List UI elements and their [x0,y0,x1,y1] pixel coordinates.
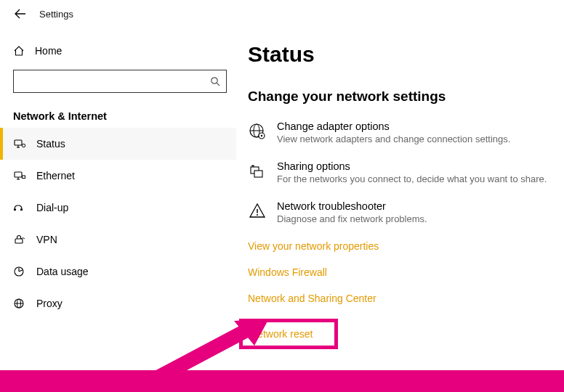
sidebar-item-dialup[interactable]: Dial-up [0,192,236,224]
ethernet-icon [13,169,26,182]
sidebar-item-label: Ethernet [36,170,75,181]
option-title: Network troubleshooter [277,200,427,212]
home-icon [13,45,25,57]
window-title: Settings [39,9,73,20]
back-button[interactable] [15,8,26,20]
svg-point-0 [212,78,217,83]
option-desc: For the networks you connect to, decide … [277,173,547,184]
dialup-icon [13,201,26,214]
vpn-icon [13,233,26,246]
svg-rect-23 [254,171,262,177]
data-usage-icon [13,265,26,278]
page-subheading: Change your network settings [248,89,564,105]
svg-rect-9 [23,176,25,179]
annotation-band [0,370,564,392]
option-desc: View network adapters and change connect… [277,134,510,144]
page-heading: Status [248,42,564,67]
link-windows-firewall[interactable]: Windows Firewall [248,266,327,278]
option-desc: Diagnose and fix network problems. [277,213,427,224]
sidebar-item-status[interactable]: Status [0,128,236,160]
svg-rect-6 [15,172,22,177]
main-panel: Status Change your network settings Chan… [236,28,564,392]
nav-home-label: Home [35,45,62,57]
search-icon [210,76,220,86]
link-network-sharing-center[interactable]: Network and Sharing Center [248,293,376,304]
status-icon [13,137,26,150]
proxy-icon [13,297,26,310]
sidebar-item-vpn[interactable]: VPN [0,224,236,256]
sidebar: Home Network & Internet Status Ethernet [0,28,236,392]
titlebar: Settings [0,0,564,28]
globe-gear-icon [248,122,267,141]
sharing-icon [248,162,267,181]
link-network-reset[interactable]: Network reset [250,328,313,340]
option-troubleshooter[interactable]: Network troubleshooter Diagnose and fix … [248,200,564,224]
svg-point-5 [22,144,25,147]
svg-rect-12 [15,239,23,243]
svg-line-1 [217,83,219,86]
option-title: Sharing options [277,160,547,172]
search-input[interactable] [13,70,227,93]
sidebar-item-label: Proxy [36,298,63,309]
svg-point-21 [261,135,262,136]
option-change-adapter[interactable]: Change adapter options View network adap… [248,121,564,144]
sidebar-item-proxy[interactable]: Proxy [0,287,236,319]
svg-rect-11 [20,209,23,211]
svg-point-27 [257,214,258,216]
nav-home[interactable]: Home [0,39,236,62]
sidebar-item-ethernet[interactable]: Ethernet [0,160,236,192]
arrow-left-icon [15,9,26,19]
sidebar-item-label: Dial-up [36,202,68,213]
sidebar-item-label: Status [36,138,65,150]
sidebar-item-label: VPN [36,234,57,245]
svg-rect-2 [15,140,22,145]
link-view-properties[interactable]: View your network properties [248,240,379,252]
sidebar-section-label: Network & Internet [0,97,236,128]
warning-icon [248,202,267,221]
sidebar-item-datausage[interactable]: Data usage [0,256,236,287]
option-title: Change adapter options [277,121,510,132]
option-sharing[interactable]: Sharing options For the networks you con… [248,160,564,184]
svg-rect-10 [14,209,16,211]
annotation-highlight: Network reset [239,319,338,349]
sidebar-item-label: Data usage [36,266,89,277]
